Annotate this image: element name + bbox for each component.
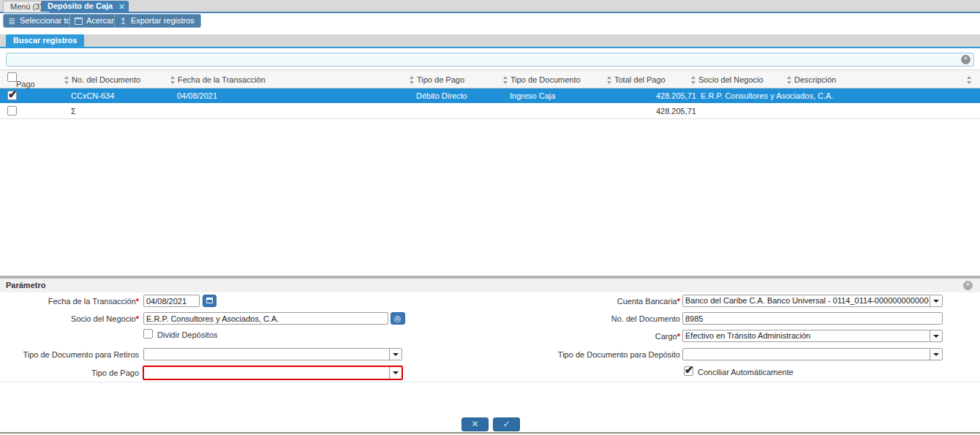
cell-doc-no: CCxCN-634 xyxy=(71,91,114,100)
sort-icon xyxy=(170,76,176,84)
bank-account-select[interactable]: Banco del Caribe C.A. Banco Universal - … xyxy=(682,295,943,307)
window-tab-bar: Menú (3) Depósito de Caja ✕ xyxy=(0,0,980,13)
partner-search-button[interactable]: ◎ xyxy=(391,312,405,325)
cell-partner: E.R.P. Consultores y Asociados, C.A. xyxy=(701,91,833,100)
list-icon: ≣ xyxy=(8,15,15,27)
chevron-down-icon[interactable] xyxy=(389,367,402,379)
doc-type-withdrawal-label: Tipo de Documento para Retiros xyxy=(0,350,139,359)
sort-icon xyxy=(967,76,972,84)
sort-icon xyxy=(787,76,792,84)
sort-icon xyxy=(503,76,508,84)
transaction-date-label: Fecha de la Transacción* xyxy=(0,297,139,306)
sort-icon xyxy=(410,76,415,84)
toolbar: ≣ Seleccionar todo Acercar ↥ Exportar re… xyxy=(0,14,980,29)
required-mark: * xyxy=(677,332,680,341)
confirm-button[interactable]: ✓ xyxy=(493,417,520,431)
transaction-date-field[interactable] xyxy=(143,295,200,307)
column-header-descripcion[interactable]: Descripción xyxy=(787,75,836,84)
column-header-tipo-documento[interactable]: Tipo de Documento xyxy=(503,75,581,84)
cell-date: 04/08/2021 xyxy=(177,91,217,100)
business-partner-label: Socio del Negocio* xyxy=(0,314,139,323)
auto-reconcile-label: Conciliar Automáticamente xyxy=(698,368,794,377)
search-field-wrap xyxy=(6,53,974,67)
charge-label: Cargo* xyxy=(512,332,680,341)
doc-type-deposit-select[interactable] xyxy=(682,348,943,360)
record-icon: ◎ xyxy=(391,314,404,323)
chevron-down-icon[interactable] xyxy=(389,349,402,360)
search-tab-band xyxy=(0,34,980,47)
cell-total: 428.205,71 xyxy=(607,91,696,100)
sum-symbol: Σ xyxy=(71,107,76,116)
column-header-tipo-pago[interactable]: Tipo de Pago xyxy=(410,75,464,84)
collapse-panel-icon[interactable] xyxy=(963,281,973,290)
sum-total: 428.205,71 xyxy=(607,107,696,116)
row-checkbox[interactable] xyxy=(7,106,17,116)
payment-type-select[interactable] xyxy=(143,366,403,380)
export-records-button[interactable]: ↥ Exportar registros xyxy=(114,14,201,28)
chevron-down-icon[interactable] xyxy=(930,295,942,306)
column-header-socio[interactable]: Socio del Negocio xyxy=(691,75,764,84)
document-no-field[interactable] xyxy=(682,312,943,325)
chevron-down-icon[interactable] xyxy=(930,330,942,341)
export-icon: ↥ xyxy=(119,15,127,27)
required-mark: * xyxy=(677,297,680,306)
zoom-button[interactable]: Acercar xyxy=(69,14,121,28)
charge-select[interactable]: Efectivo en Tránsito Administración xyxy=(682,330,943,342)
sort-icon xyxy=(691,76,696,84)
cancel-button[interactable]: ✕ xyxy=(461,417,489,431)
zoom-label: Acercar xyxy=(86,16,114,25)
window-icon xyxy=(75,18,83,25)
tab-label: Depósito de Caja xyxy=(48,1,113,10)
cell-payment-type: Débito Directo xyxy=(416,91,467,100)
row-checkbox[interactable] xyxy=(7,91,17,100)
document-no-label: No. del Documento xyxy=(512,314,680,323)
split-deposits-checkbox[interactable] xyxy=(143,329,153,338)
column-header-doc-no[interactable]: No. del Documento xyxy=(64,75,140,84)
calendar-button[interactable] xyxy=(203,295,216,307)
required-mark: * xyxy=(136,297,139,306)
table-header: Pago No. del Documento Fecha de la Trans… xyxy=(0,69,980,88)
tab-deposito-de-caja[interactable]: Depósito de Caja ✕ xyxy=(41,1,129,12)
column-header-total[interactable]: Total del Pago xyxy=(607,75,666,84)
column-header-fecha[interactable]: Fecha de la Transacción xyxy=(170,75,265,84)
summary-row[interactable]: Σ 428.205,71 xyxy=(0,104,980,119)
chevron-down-icon[interactable] xyxy=(930,349,942,360)
calendar-icon xyxy=(206,298,213,303)
export-label: Exportar registros xyxy=(131,16,195,25)
panel-bottom-border xyxy=(0,382,980,382)
deposit-window: Menú (3) Depósito de Caja ✕ ≣ Selecciona… xyxy=(0,0,980,435)
search-input[interactable] xyxy=(6,53,974,67)
check-icon: ✓ xyxy=(502,419,510,429)
tab-buscar-registros[interactable]: Buscar registros xyxy=(6,34,84,47)
column-header-pago[interactable]: Pago xyxy=(16,80,35,88)
split-deposits-label: Dividir Depósitos xyxy=(157,330,218,339)
sort-icon xyxy=(607,76,612,84)
required-mark: * xyxy=(136,314,139,323)
sort-icon xyxy=(64,76,69,84)
cell-doc-type: Ingreso Caja xyxy=(510,91,555,100)
payment-type-label: Tipo de Pago xyxy=(0,368,139,377)
bank-account-label: Cuenta Bancaria* xyxy=(512,297,680,306)
doc-type-withdrawal-select[interactable] xyxy=(143,348,402,360)
doc-type-deposit-label: Tipo de Documento para Depósito xyxy=(512,350,680,359)
clear-search-icon[interactable] xyxy=(961,55,970,64)
footer-divider xyxy=(0,432,980,434)
search-tab-underline xyxy=(0,47,980,48)
panel-title: Parámetro xyxy=(6,281,45,290)
auto-reconcile-checkbox[interactable] xyxy=(684,366,693,376)
parameter-panel-header: Parámetro xyxy=(0,279,980,292)
table-row[interactable]: CCxCN-634 04/08/2021 Débito Directo Ingr… xyxy=(0,88,980,103)
business-partner-field[interactable] xyxy=(143,312,388,325)
cancel-icon: ✕ xyxy=(471,419,478,429)
close-icon[interactable]: ✕ xyxy=(118,1,125,12)
